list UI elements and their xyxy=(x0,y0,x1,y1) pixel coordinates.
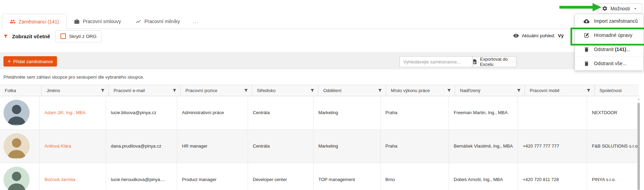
cell-name[interactable]: Bočová Jarmila xyxy=(40,163,106,190)
cell-position: Administrativní práce xyxy=(177,96,248,129)
menu-item-import-zam-stnanc-[interactable]: Import zaměstnanců xyxy=(575,14,643,28)
tab-label: Pracovní milníky xyxy=(144,19,180,24)
column-header-manager[interactable]: Nadřízený xyxy=(455,85,525,96)
cell-name[interactable]: Antlová Klára xyxy=(40,130,106,163)
column-header-name[interactable]: Jméno xyxy=(42,85,109,96)
options-dropdown-menu: Import zaměstnancůHromadné úpravyOdstran… xyxy=(575,14,644,71)
column-filter-funnel-icon[interactable] xyxy=(517,88,521,93)
tab-zam-stnanci-141-[interactable]: Zaměstnanci (141) xyxy=(2,14,67,29)
cell-manager: Dobeš Arnošt, Ing., MBA xyxy=(449,163,518,190)
hidden-from-org-toggle[interactable]: Skrytí z ORG xyxy=(55,30,102,42)
column-header-center[interactable]: Středisko xyxy=(252,85,318,96)
cell-text: Administrativní práce xyxy=(182,109,224,116)
table-header-row: FotkaJménoPracovní e-mailPracovní pozice… xyxy=(0,85,639,96)
briefcase-icon xyxy=(74,19,80,24)
cell-mobile: +420 777 777 777 xyxy=(518,130,587,163)
cell-text: +420 720 811 728 xyxy=(523,176,559,183)
tab-bar: Zaměstnanci (141)Pracovní smlouvyPracovn… xyxy=(2,14,204,29)
trash-icon xyxy=(584,61,589,67)
export-to-excel-button[interactable]: Exportovat do Excelu xyxy=(472,56,517,67)
group-by-hint-text: Přetáhněte sem záhlaví sloupce pro sesku… xyxy=(3,74,144,80)
add-employee-button[interactable]: + Přidat zaměstnance xyxy=(3,56,57,67)
cell-text: F&B SOLUTIONS s.r.o. xyxy=(592,143,639,150)
column-header-company[interactable]: Společnost xyxy=(595,85,644,96)
cell-text[interactable]: Adam Jiří, Ing., MBA xyxy=(45,109,86,116)
filter-funnel-icon xyxy=(3,34,8,39)
cell-name[interactable]: Adam Jiří, Ing., MBA xyxy=(40,96,106,129)
column-header-label: Středisko xyxy=(257,88,276,93)
cell-email: lucie.heroudkova@pinya.... xyxy=(106,163,177,190)
employee-photo[interactable] xyxy=(3,133,30,159)
column-filter-funnel-icon[interactable] xyxy=(378,88,382,93)
cell-text: lucie.heroudkova@pinya.... xyxy=(111,176,165,183)
cell-text: HR manager xyxy=(182,143,208,150)
column-header-mobile[interactable]: Pracovní mobil xyxy=(525,85,595,96)
tab-pracovn-smlouvy[interactable]: Pracovní smlouvy xyxy=(67,14,128,29)
scrollbar-up-arrow[interactable] xyxy=(637,98,640,101)
arrow-annotation xyxy=(559,3,602,12)
column-header-photo[interactable]: Fotka xyxy=(0,85,42,96)
cell-text: +420 777 777 777 xyxy=(523,143,559,150)
hidden-from-org-checkbox[interactable] xyxy=(60,33,66,39)
column-header-workplace[interactable]: Místo výkonu práce xyxy=(386,85,455,96)
menu-item-odstranit[interactable]: Odstranit (141)... xyxy=(575,42,643,56)
menu-item-odstranit-v-e-[interactable]: Odstranit vše... xyxy=(575,56,643,70)
column-filter-funnel-icon[interactable] xyxy=(244,88,248,93)
cell-workplace: Brno xyxy=(381,163,449,190)
show-including-label: Zobrazit včetně xyxy=(12,33,50,39)
cell-workplace: Praha xyxy=(381,96,449,129)
column-filter-funnel-icon[interactable] xyxy=(310,88,315,93)
tab-label: Pracovní smlouvy xyxy=(83,19,121,24)
cell-text: Centrála xyxy=(253,109,270,116)
tab-more[interactable]: ... xyxy=(187,14,204,29)
tab-label: ... xyxy=(193,19,199,24)
cloud-upload-icon xyxy=(584,18,589,24)
cell-photo xyxy=(0,130,40,163)
column-filter-funnel-icon[interactable] xyxy=(586,88,591,93)
employee-row[interactable]: Antlová Kláradana.prudilova@pinya.czHR m… xyxy=(0,130,639,163)
cell-center: Centrála xyxy=(248,130,314,163)
eye-icon xyxy=(513,33,519,39)
employee-photo[interactable] xyxy=(3,167,30,190)
column-header-label: Společnost xyxy=(599,88,622,93)
cell-text[interactable]: Bočová Jarmila xyxy=(45,176,75,183)
employee-row[interactable]: Adam Jiří, Ing., MBAlucie.blisova@pinya.… xyxy=(0,96,639,130)
cell-text: NEXTDOOR xyxy=(592,109,617,116)
column-filter-funnel-icon[interactable] xyxy=(100,88,105,93)
menu-item-label: Import zaměstnanců xyxy=(594,18,638,24)
search-input[interactable] xyxy=(400,56,478,67)
cell-text: lucie.blisova@pinya.cz xyxy=(111,109,156,116)
options-button[interactable]: Možnosti xyxy=(598,3,642,13)
column-filter-funnel-icon[interactable] xyxy=(447,88,451,93)
cell-text: Marketing xyxy=(318,109,338,116)
cell-company: PINYA s.r.o. xyxy=(587,163,644,190)
excel-file-icon xyxy=(472,59,477,64)
cell-company: F&B SOLUTIONS s.r.o. xyxy=(587,130,644,163)
group-by-drop-zone[interactable]: Přetáhněte sem záhlaví sloupce pro sesku… xyxy=(0,69,644,85)
cell-mobile: +420 720 811 728 xyxy=(518,163,587,190)
cell-text: Dobeš Arnošt, Ing., MBA xyxy=(454,176,503,183)
employee-row[interactable]: Bočová Jarmilalucie.heroudkova@pinya....… xyxy=(0,163,639,190)
add-employee-label: Přidat zaměstnance xyxy=(13,59,53,64)
tab-pracovn-miln-ky[interactable]: Pracovní milníky xyxy=(128,14,187,29)
column-header-department[interactable]: Oddělení xyxy=(318,85,386,96)
cell-text: TOP management xyxy=(318,176,355,183)
menu-item-hromadn-pravy[interactable]: Hromadné úpravy xyxy=(575,28,643,42)
column-header-email[interactable]: Pracovní e-mail xyxy=(109,85,181,96)
column-header-position[interactable]: Pracovní pozice xyxy=(181,85,252,96)
cell-photo xyxy=(0,163,40,190)
cell-text[interactable]: Antlová Klára xyxy=(45,143,71,150)
chevron-down-icon xyxy=(633,6,638,11)
current-view-value: Vý xyxy=(558,33,564,38)
cell-mobile xyxy=(518,96,587,129)
column-filter-funnel-icon[interactable] xyxy=(172,88,177,93)
cell-position: HR manager xyxy=(177,130,248,163)
cell-email: lucie.blisova@pinya.cz xyxy=(106,96,177,129)
menu-item-label: Odstranit (141)... xyxy=(594,47,630,52)
column-header-label: Pracovní mobil xyxy=(530,88,559,93)
employee-photo[interactable] xyxy=(3,100,30,126)
vertical-scrollbar-thumb[interactable] xyxy=(637,103,640,190)
export-label: Exportovat do Excelu xyxy=(480,57,516,67)
column-header-label: Fotka xyxy=(5,88,16,93)
cell-workplace: Praha xyxy=(381,130,449,163)
